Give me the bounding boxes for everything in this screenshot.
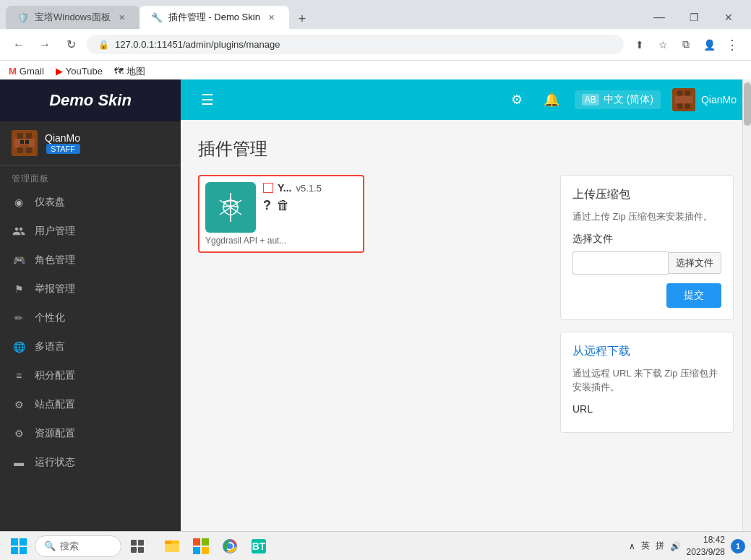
more-options-icon[interactable]: ⋮: [722, 35, 742, 55]
maps-label: 地图: [126, 65, 145, 78]
plugin-name: Y...: [278, 182, 291, 194]
sidebar-item-resources-label: 资源配置: [35, 427, 75, 440]
tab-demoskin-close[interactable]: ✕: [266, 12, 278, 23]
bookmark-youtube[interactable]: ▶ YouTube: [56, 66, 103, 77]
sidebar-item-runtime-label: 运行状态: [35, 456, 75, 469]
file-input[interactable]: [572, 251, 668, 275]
multilang-icon: 🌐: [12, 340, 26, 354]
svg-rect-29: [165, 540, 171, 544]
user-info: QianMo STAFF: [45, 132, 80, 154]
bookmark-maps[interactable]: 🗺 地图: [114, 65, 145, 78]
windows-start-icon[interactable]: [6, 533, 32, 559]
caret-up-icon[interactable]: ∧: [629, 541, 635, 551]
menu-toggle-icon[interactable]: ☰: [195, 88, 220, 111]
language-selector[interactable]: AB 中文 (简体): [575, 90, 661, 109]
file-input-row: 选择文件: [572, 251, 721, 275]
personalize-icon: ✏: [12, 311, 26, 325]
bell-icon[interactable]: 🔔: [540, 88, 563, 111]
nav-back[interactable]: ←: [9, 35, 29, 55]
url-label: URL: [572, 403, 721, 415]
sidebar-item-reports[interactable]: ⚑ 举报管理: [0, 275, 181, 303]
plugin-card-yggdrasil[interactable]: Y... v5.1.5 ? 🗑 Yggdrasil API + aut...: [198, 175, 364, 253]
svg-rect-2: [26, 133, 32, 139]
remote-panel: 从远程下载 通过远程 URL 来下载 Zip 压缩包并安装插件。 URL: [560, 332, 734, 433]
sidebar-brand: Demo Skin: [0, 79, 181, 121]
plugin-list: Y... v5.1.5 ? 🗑 Yggdrasil API + aut...: [198, 175, 546, 433]
right-panel: 上传压缩包 通过上传 Zip 压缩包来安装插件。 选择文件 选择文件 提交: [560, 175, 734, 433]
sidebar-item-users[interactable]: 用户管理: [0, 217, 181, 246]
plugin-delete-icon[interactable]: 🗑: [277, 198, 290, 213]
star-icon[interactable]: ☆: [653, 35, 673, 55]
sidebar-item-dashboard[interactable]: ◉ 仪表盘: [0, 188, 181, 217]
sidebar-item-points-label: 积分配置: [35, 369, 75, 382]
main-content: 插件管理: [181, 120, 751, 531]
svg-rect-26: [138, 547, 144, 553]
scrollbar-thumb[interactable]: [744, 82, 751, 126]
svg-rect-21: [11, 547, 18, 554]
tab-baota-close[interactable]: ✕: [116, 12, 128, 23]
nav-refresh[interactable]: ↻: [61, 35, 81, 55]
new-tab-button[interactable]: +: [292, 9, 312, 29]
nav-actions: ⬆ ☆ ⧉ 👤 ⋮: [630, 35, 742, 55]
lang-en[interactable]: 英: [641, 540, 650, 552]
svg-rect-6: [20, 140, 24, 144]
window-minimize[interactable]: —: [643, 6, 676, 29]
sidebar-item-resources[interactable]: ⚙ 资源配置: [0, 419, 181, 448]
file-choose-button[interactable]: 选择文件: [668, 252, 721, 274]
sidebar-item-points[interactable]: ≡ 积分配置: [0, 361, 181, 390]
remote-title[interactable]: 从远程下载: [572, 344, 721, 359]
taskbar-app-chrome[interactable]: [217, 533, 243, 559]
gmail-icon: M: [9, 66, 17, 77]
tab-bar: 🛡️ 宝塔Windows面板 ✕ 🔧 插件管理 - Demo Skin ✕ + …: [0, 0, 751, 29]
speaker-icon[interactable]: 🔊: [670, 541, 681, 551]
bookmark-gmail[interactable]: M Gmail: [9, 66, 44, 77]
plugin-description: Yggdrasil API + aut...: [205, 236, 357, 246]
sidebar-item-runtime[interactable]: ▬ 运行状态: [0, 448, 181, 477]
staff-badge: STAFF: [46, 144, 80, 154]
share-icon[interactable]: ⬆: [630, 35, 650, 55]
upload-description: 通过上传 Zip 压缩包来安装插件。: [572, 210, 721, 224]
taskbar-search[interactable]: 🔍 搜索: [35, 535, 121, 557]
youtube-label: YouTube: [66, 66, 103, 77]
sidebar-item-personalize[interactable]: ✏ 个性化: [0, 303, 181, 332]
taskbar-app-explorer[interactable]: [159, 533, 185, 559]
taskbar-app-baota[interactable]: BT: [246, 533, 272, 559]
svg-text:BT: BT: [252, 540, 266, 552]
plugin-info: Y... v5.1.5 ? 🗑: [263, 182, 357, 213]
profile-icon[interactable]: 👤: [699, 35, 719, 55]
tab-demoskin-label: 插件管理 - Demo Skin: [168, 11, 260, 24]
scrollbar[interactable]: [742, 79, 751, 531]
plugin-help-icon[interactable]: ?: [263, 198, 271, 213]
content-wrapper: ☰ ⚙ 🔔 AB 中文 (简体): [181, 79, 751, 531]
page-title: 插件管理: [198, 137, 734, 160]
task-view-icon[interactable]: [124, 533, 150, 559]
address-bar[interactable]: 🔒 127.0.0.1:11451/admin/plugins/manage: [87, 35, 624, 54]
runtime-icon: ▬: [12, 455, 26, 470]
khanda-svg: [213, 189, 249, 225]
topbar-user[interactable]: QianMo: [672, 88, 737, 111]
browser-nav: ← → ↻ 🔒 127.0.0.1:11451/admin/plugins/ma…: [0, 29, 751, 61]
sidebar-item-site[interactable]: ⚙ 站点配置: [0, 390, 181, 419]
window-close[interactable]: ✕: [712, 6, 745, 29]
plugin-checkbox[interactable]: [263, 183, 273, 193]
roles-icon: 🎮: [12, 253, 26, 267]
sidebar-section: 管理面板: [0, 165, 181, 188]
window-restore[interactable]: ❐: [677, 6, 711, 29]
notification-badge[interactable]: 1: [731, 539, 745, 553]
settings-icon[interactable]: ⚙: [505, 88, 528, 111]
svg-rect-23: [131, 540, 137, 546]
tab-baota[interactable]: 🛡️ 宝塔Windows面板 ✕: [6, 6, 140, 29]
topbar-avatar: [672, 88, 695, 111]
taskbar-app-store[interactable]: [188, 533, 214, 559]
address-text: 127.0.0.1:11451/admin/plugins/manage: [115, 39, 280, 50]
gmail-label: Gmail: [20, 66, 44, 77]
split-screen-icon[interactable]: ⧉: [676, 35, 696, 55]
submit-button[interactable]: 提交: [666, 283, 721, 308]
svg-rect-11: [685, 91, 690, 96]
sidebar-item-multilang[interactable]: 🌐 多语言: [0, 332, 181, 361]
lang-cn[interactable]: 拼: [656, 540, 664, 552]
avatar-icon: [12, 130, 38, 156]
tab-demoskin[interactable]: 🔧 插件管理 - Demo Skin ✕: [140, 6, 289, 29]
sidebar-item-roles[interactable]: 🎮 角色管理: [0, 246, 181, 275]
nav-forward[interactable]: →: [35, 35, 55, 55]
